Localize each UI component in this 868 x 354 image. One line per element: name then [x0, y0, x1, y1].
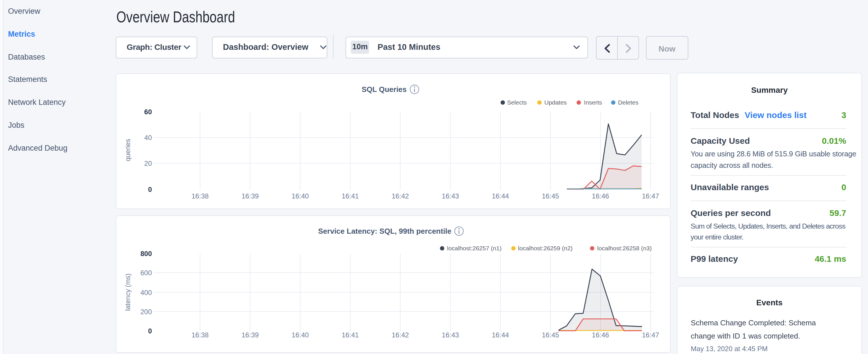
svg-text:16:43: 16:43 [442, 331, 459, 339]
svg-text:16:45: 16:45 [542, 331, 559, 339]
svg-text:Updates: Updates [544, 99, 566, 106]
svg-text:400: 400 [141, 288, 152, 296]
svg-text:0: 0 [148, 327, 152, 334]
svg-text:16:42: 16:42 [392, 331, 409, 339]
svg-text:16:47: 16:47 [642, 192, 659, 200]
svg-text:200: 200 [141, 308, 152, 315]
svg-text:16:38: 16:38 [191, 192, 209, 200]
svg-text:queries: queries [124, 139, 131, 162]
svg-text:localhost:26258 (n3): localhost:26258 (n3) [597, 245, 652, 251]
svg-text:16:44: 16:44 [492, 331, 509, 339]
svg-text:600: 600 [141, 269, 152, 277]
svg-text:Selects: Selects [507, 99, 527, 106]
svg-text:16:44: 16:44 [492, 192, 509, 200]
svg-text:16:47: 16:47 [642, 331, 659, 339]
svg-text:localhost:26257 (n1): localhost:26257 (n1) [447, 245, 501, 251]
svg-text:16:42: 16:42 [392, 192, 409, 200]
svg-text:localhost:26259 (n2): localhost:26259 (n2) [518, 245, 572, 251]
svg-text:60: 60 [144, 108, 152, 116]
svg-text:16:46: 16:46 [592, 331, 609, 339]
svg-text:16:39: 16:39 [242, 331, 259, 339]
svg-text:latency (ms): latency (ms) [124, 273, 131, 311]
svg-text:16:43: 16:43 [442, 192, 459, 200]
svg-text:16:46: 16:46 [592, 192, 609, 200]
svg-text:16:40: 16:40 [292, 192, 309, 200]
svg-text:16:41: 16:41 [342, 192, 359, 200]
svg-text:SQL Queries: SQL Queries [362, 85, 407, 94]
svg-text:Deletes: Deletes [618, 99, 639, 106]
svg-text:Inserts: Inserts [584, 99, 602, 106]
svg-text:16:39: 16:39 [242, 192, 259, 200]
svg-text:0: 0 [148, 186, 152, 193]
svg-text:Service Latency: SQL, 99th per: Service Latency: SQL, 99th percentile [318, 227, 451, 235]
svg-text:800: 800 [141, 250, 152, 257]
svg-text:16:40: 16:40 [292, 331, 309, 339]
svg-text:16:38: 16:38 [191, 331, 209, 339]
svg-text:20: 20 [144, 160, 152, 167]
svg-text:40: 40 [144, 134, 152, 141]
svg-text:16:41: 16:41 [342, 331, 359, 339]
svg-text:16:45: 16:45 [542, 192, 559, 200]
